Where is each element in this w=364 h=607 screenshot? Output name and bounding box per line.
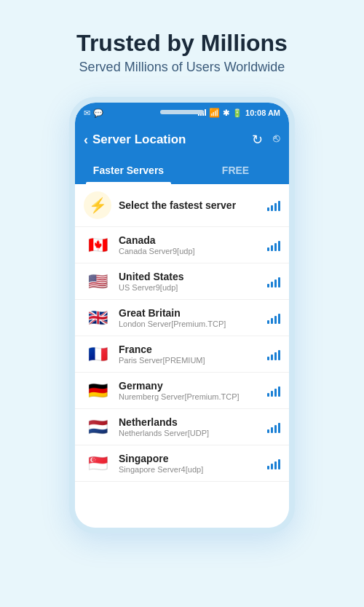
server-name-netherlands: Netherlands — [119, 416, 260, 428]
server-item-us[interactable]: 🇺🇸 United States US Server9[udp] — [75, 263, 289, 300]
time-display: 10:08 AM — [245, 108, 280, 117]
message-icon: 💬 — [93, 108, 103, 118]
server-detail-canada: Canada Server9[udp] — [119, 247, 260, 255]
nav-title-group: ‹ Server Location — [84, 132, 186, 148]
status-left-icons: ✉ 💬 — [84, 108, 103, 118]
flag-france: 🇫🇷 — [84, 344, 111, 365]
flag-us: 🇺🇸 — [84, 271, 111, 292]
mail-icon: ✉ — [84, 108, 90, 118]
signal-fastest — [267, 199, 280, 211]
server-name-fastest: Select the fastest server — [119, 199, 260, 211]
server-info-us: United States US Server9[udp] — [119, 271, 260, 292]
share-button[interactable]: ⎋ — [273, 132, 280, 148]
phone-wrapper: ✉ 💬 📶 ✱ 🔋 10:08 AM — [69, 97, 295, 533]
server-info-canada: Canada Canada Server9[udp] — [119, 234, 260, 255]
server-info-netherlands: Netherlands Netherlands Server[UDP] — [119, 416, 260, 437]
hero-title: Trusted by Millions — [76, 29, 288, 57]
battery-icon: 🔋 — [232, 108, 242, 118]
server-info-gb: Great Britain London Server[Premium.TCP] — [119, 307, 260, 328]
server-item-netherlands[interactable]: 🇳🇱 Netherlands Netherlands Server[UDP] — [75, 409, 289, 445]
phone-shell: ✉ 💬 📶 ✱ 🔋 10:08 AM — [69, 97, 295, 533]
server-item-germany[interactable]: 🇩🇪 Germany Nuremberg Server[Premium.TCP] — [75, 373, 289, 409]
tabs-bar: Faster Servers FREE — [75, 156, 289, 184]
server-name-us: United States — [119, 271, 260, 282]
back-button[interactable]: ‹ — [84, 132, 88, 148]
hero-subtitle: Served Millions of Users Worldwide — [76, 60, 288, 75]
server-name-gb: Great Britain — [119, 307, 260, 319]
server-item-gb[interactable]: 🇬🇧 Great Britain London Server[Premium.T… — [75, 300, 289, 336]
server-detail-us: US Server9[udp] — [119, 283, 260, 292]
flag-singapore: 🇸🇬 — [84, 453, 111, 474]
server-detail-netherlands: Netherlands Server[UDP] — [119, 429, 260, 437]
signal-us — [267, 276, 280, 287]
flag-netherlands: 🇳🇱 — [84, 417, 111, 437]
phone-screen: ✉ 💬 📶 ✱ 🔋 10:08 AM — [75, 103, 289, 528]
flag-gb: 🇬🇧 — [84, 308, 111, 328]
refresh-button[interactable]: ↻ — [252, 132, 263, 148]
signal-gb — [267, 312, 280, 324]
bluetooth-icon: ✱ — [223, 108, 229, 118]
tab-faster-servers[interactable]: Faster Servers — [75, 156, 182, 184]
server-info-fastest: Select the fastest server — [119, 199, 260, 211]
flag-canada: 🇨🇦 — [84, 235, 111, 255]
flag-germany: 🇩🇪 — [84, 381, 111, 401]
server-name-france: France — [119, 344, 260, 355]
fastest-icon: ⚡ — [84, 191, 111, 219]
hero-section: Trusted by Millions Served Millions of U… — [76, 0, 288, 75]
signal-singapore — [267, 458, 280, 469]
phone-speaker — [160, 110, 204, 114]
server-info-singapore: Singapore Singapore Server4[udp] — [119, 453, 260, 474]
nav-title-text: Server Location — [92, 132, 186, 147]
signal-canada — [267, 239, 280, 251]
server-info-germany: Germany Nuremberg Server[Premium.TCP] — [119, 380, 260, 401]
status-right-icons: 📶 ✱ 🔋 10:08 AM — [198, 108, 280, 118]
server-name-singapore: Singapore — [119, 453, 260, 464]
server-item-canada[interactable]: 🇨🇦 Canada Canada Server9[udp] — [75, 227, 289, 263]
signal-france — [267, 349, 280, 360]
signal-germany — [267, 385, 280, 397]
server-name-germany: Germany — [119, 380, 260, 392]
server-info-france: France Paris Server[PREMIUM] — [119, 344, 260, 365]
signal-netherlands — [267, 421, 280, 433]
wifi-icon: 📶 — [209, 108, 220, 118]
server-item-fastest[interactable]: ⚡ Select the fastest server — [75, 184, 289, 227]
server-item-france[interactable]: 🇫🇷 France Paris Server[PREMIUM] — [75, 336, 289, 373]
server-detail-france: Paris Server[PREMIUM] — [119, 356, 260, 365]
server-item-singapore[interactable]: 🇸🇬 Singapore Singapore Server4[udp] — [75, 445, 289, 482]
tab-free[interactable]: FREE — [182, 156, 289, 184]
server-detail-singapore: Singapore Server4[udp] — [119, 465, 260, 474]
server-list: ⚡ Select the fastest server 🇨🇦 Canada Ca… — [75, 184, 289, 528]
nav-actions: ↻ ⎋ — [252, 132, 280, 148]
nav-bar: ‹ Server Location ↻ ⎋ — [75, 123, 289, 156]
server-name-canada: Canada — [119, 234, 260, 246]
server-detail-gb: London Server[Premium.TCP] — [119, 320, 260, 328]
server-detail-germany: Nuremberg Server[Premium.TCP] — [119, 392, 260, 401]
